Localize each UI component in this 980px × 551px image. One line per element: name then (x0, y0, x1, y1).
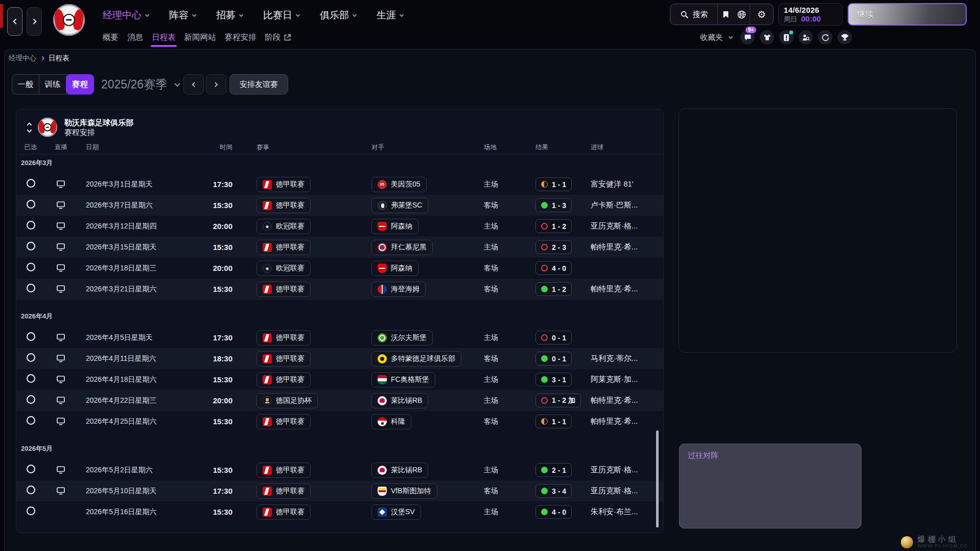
result-badge[interactable]: 4 - 0 (535, 505, 572, 519)
competition-badge[interactable]: 德甲联赛 (256, 504, 311, 520)
nav-item[interactable]: 比赛日 (263, 9, 299, 22)
club-crest-logo[interactable] (53, 4, 85, 36)
result-badge[interactable]: 1 - 2 (535, 282, 572, 296)
opponent-badge[interactable]: 阿森纳 (371, 261, 418, 276)
select-radio[interactable] (27, 465, 35, 473)
select-radio[interactable] (27, 263, 35, 271)
competition-badge[interactable]: 德甲联赛 (256, 414, 311, 429)
season-selector[interactable]: 2025/26赛季 (101, 75, 179, 94)
select-radio[interactable] (27, 221, 35, 229)
competition-badge[interactable]: 德甲联赛 (256, 177, 311, 192)
world-button[interactable] (734, 4, 750, 25)
fixture-row[interactable]: 2026年4月25日星期六15:30德甲联赛科隆客场1 - 1帕特里克·希... (16, 411, 663, 432)
opponent-badge[interactable]: 多特蒙德足球俱乐部 (371, 351, 461, 366)
competition-badge[interactable]: 德甲联赛 (256, 282, 311, 297)
arrange-friendly-button[interactable]: 安排友谊赛 (229, 74, 288, 95)
breadcrumb-parent[interactable]: 经理中心 (9, 54, 36, 63)
sub-nav-item[interactable]: 消息 (127, 29, 143, 46)
sub-nav-item[interactable]: 日程表 (152, 29, 176, 46)
competition-badge[interactable]: 德甲联赛 (256, 372, 311, 387)
result-badge[interactable]: 1 - 1 (535, 415, 572, 428)
fixture-row[interactable]: 2026年4月11日星期六18:30德甲联赛多特蒙德足球俱乐部客场0 - 1马利… (16, 348, 663, 369)
continue-button[interactable]: 继续 (848, 3, 967, 26)
result-badge[interactable]: 1 - 2 (535, 219, 572, 233)
select-radio[interactable] (27, 200, 35, 209)
result-badge[interactable]: 0 - 1 (535, 331, 572, 345)
competitions-button[interactable] (837, 30, 852, 44)
opponent-badge[interactable]: 海登海姆 (371, 282, 426, 297)
fixture-row[interactable]: 2026年4月18日星期六15:30德甲联赛FC奥格斯堡主场3 - 1阿莱克斯·… (16, 369, 663, 390)
fixture-row[interactable]: 2026年4月5日星期天17:30德甲联赛沃尔夫斯堡主场0 - 1 (16, 327, 663, 348)
bookmarks-button[interactable] (718, 4, 734, 25)
competition-badge[interactable]: 德国足协杯 (256, 393, 318, 408)
sub-nav-item[interactable]: 概要 (103, 29, 119, 46)
season-next-button[interactable] (206, 74, 226, 95)
settings-button[interactable]: ⚙ (750, 4, 773, 25)
select-radio[interactable] (27, 242, 35, 250)
inbox-button[interactable]: 9+ (740, 30, 755, 44)
opponent-badge[interactable]: VfB斯图加特 (371, 484, 437, 499)
select-radio[interactable] (27, 353, 35, 362)
opponent-badge[interactable]: 拜仁慕尼黑 (371, 240, 433, 255)
select-radio[interactable] (27, 179, 35, 188)
fixture-row[interactable]: 2026年5月16日星期六15:30德甲联赛汉堡SV主场4 - 0朱利安·布兰.… (16, 501, 663, 522)
search-button[interactable]: 搜索 (670, 4, 717, 25)
result-badge[interactable]: 0 - 1 (535, 352, 572, 365)
competition-badge[interactable]: 德甲联赛 (256, 240, 311, 255)
opponent-badge[interactable]: 莱比锡RB (371, 463, 428, 478)
fixture-row[interactable]: 2026年3月1日星期天17:30德甲联赛美因茨05主场1 - 1富安健洋 81… (16, 174, 663, 195)
sub-nav-item[interactable]: 新闻网站 (184, 29, 216, 46)
squad-button[interactable] (760, 30, 774, 44)
history-forward-button[interactable] (27, 7, 42, 36)
fixture-row[interactable]: 2026年5月2日星期六15:30德甲联赛莱比锡RB主场2 - 1亚历克斯·格.… (16, 460, 663, 480)
nav-item[interactable]: 阵容 (169, 9, 196, 22)
sub-nav-item[interactable]: 阶段 (265, 29, 291, 46)
fixture-row[interactable]: 2026年3月21日星期六15:30德甲联赛海登海姆客场1 - 2帕特里克·希.… (16, 279, 663, 300)
result-badge[interactable]: 3 - 1 (535, 373, 572, 386)
history-back-button[interactable] (7, 7, 22, 36)
result-badge[interactable]: 2 - 1 (535, 463, 572, 477)
result-badge[interactable]: 4 - 0 (535, 261, 572, 275)
fixture-row[interactable]: 2026年3月7日星期六15:30德甲联赛弗莱堡SC客场1 - 3卢卡斯·巴斯.… (16, 195, 663, 216)
result-badge[interactable]: 1 - 3 (535, 198, 572, 212)
fixture-row[interactable]: 2026年5月10日星期天17:30德甲联赛VfB斯图加特客场3 - 4亚历克斯… (16, 480, 663, 501)
panel-collapse-control[interactable] (24, 123, 35, 132)
tab-active[interactable]: 赛程 (66, 74, 94, 95)
opponent-badge[interactable]: 莱比锡RB (371, 393, 428, 408)
opponent-badge[interactable]: 美因茨05 (371, 177, 427, 192)
select-radio[interactable] (27, 486, 35, 494)
vertical-scrollbar[interactable] (656, 430, 659, 527)
competition-badge[interactable]: 德甲联赛 (256, 198, 311, 213)
tab-item[interactable]: 训练 (39, 75, 66, 94)
scouting-button[interactable] (799, 30, 813, 44)
nav-item[interactable]: 俱乐部 (320, 9, 356, 22)
breadcrumb-current[interactable]: 日程表 (49, 54, 69, 63)
opponent-badge[interactable]: 科隆 (371, 414, 411, 429)
nav-item[interactable]: 生涯 (377, 9, 403, 22)
opponent-badge[interactable]: 阿森纳 (371, 219, 418, 234)
fixture-row[interactable]: 2026年3月12日星期四20:00欧冠联赛阿森纳主场1 - 2亚历克斯·格..… (16, 216, 663, 237)
competition-badge[interactable]: 德甲联赛 (256, 484, 311, 499)
fixture-row[interactable]: 2026年3月15日星期天15:30德甲联赛拜仁慕尼黑主场2 - 3帕特里克·希… (16, 237, 663, 258)
competition-badge[interactable]: 德甲联赛 (256, 351, 311, 366)
fixture-row[interactable]: 2026年4月22日星期三20:00德国足协杯莱比锡RB主场1 - 2 加帕特里… (16, 390, 663, 411)
result-badge[interactable]: 1 - 1 (535, 177, 572, 191)
result-badge[interactable]: 1 - 2 加 (535, 394, 581, 407)
sync-button[interactable] (818, 30, 832, 44)
select-radio[interactable] (27, 416, 35, 425)
select-radio[interactable] (27, 507, 35, 515)
nav-item[interactable]: 经理中心 (103, 9, 149, 22)
nav-item[interactable]: 招募 (216, 9, 243, 22)
select-radio[interactable] (27, 395, 35, 404)
competition-badge[interactable]: 欧冠联赛 (256, 219, 311, 234)
opponent-badge[interactable]: FC奥格斯堡 (371, 372, 435, 387)
report-button[interactable] (779, 30, 794, 44)
select-radio[interactable] (27, 332, 35, 341)
competition-badge[interactable]: 德甲联赛 (256, 330, 311, 346)
sub-nav-item[interactable]: 赛程安排 (225, 29, 256, 46)
competition-badge[interactable]: 欧冠联赛 (256, 261, 311, 276)
competition-badge[interactable]: 德甲联赛 (256, 463, 311, 478)
tab-item[interactable]: 一般 (12, 75, 39, 94)
result-badge[interactable]: 3 - 4 (535, 484, 572, 498)
fixture-row[interactable]: 2026年3月18日星期三20:00欧冠联赛阿森纳客场4 - 0 (16, 258, 663, 279)
